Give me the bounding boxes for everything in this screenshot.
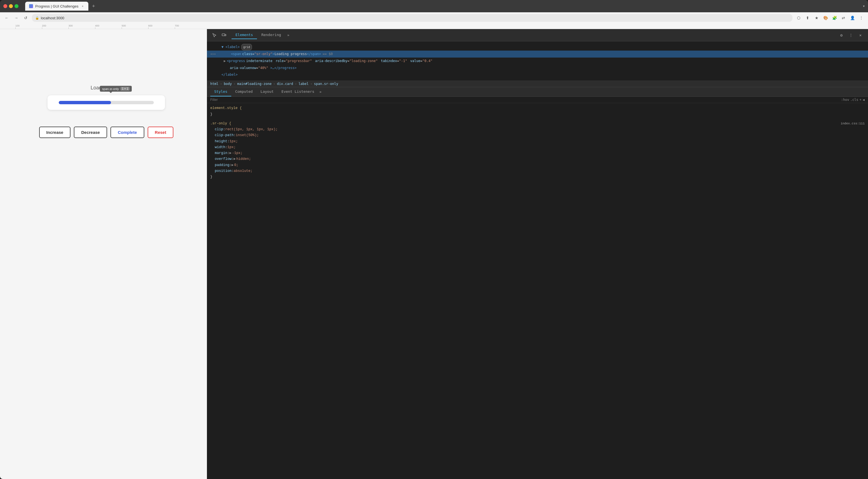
minimize-traffic-light[interactable] (9, 4, 13, 8)
tab-elements[interactable]: Elements (231, 31, 257, 39)
styles-tab-styles[interactable]: Styles (210, 87, 231, 96)
title-bar: Progress | GUI Challenges × + ▾ (0, 0, 868, 12)
sync-icon[interactable]: ⇄ (840, 14, 847, 21)
address-bar[interactable]: 🔒 localhost:3000 (32, 14, 793, 22)
progress-bar-container (59, 101, 154, 104)
element-style-selector: element.style { (210, 105, 242, 111)
button-row: Increase Decrease Complete Reset (39, 127, 174, 138)
maximize-traffic-light[interactable] (14, 4, 19, 8)
breadcrumb-body[interactable]: body (224, 82, 232, 86)
devtools-header: Elements Rendering » ⚙ ⋮ × (207, 29, 868, 41)
ruler-mark-700: 700 (175, 24, 202, 29)
styles-area: Styles Computed Layout Event Listeners » (207, 87, 868, 479)
more-styles-tabs[interactable]: » (319, 90, 321, 94)
increase-button[interactable]: Increase (39, 127, 71, 138)
overflow-expand-icon[interactable]: ▶ (234, 156, 236, 162)
ruler-mark-600: 600 (148, 24, 175, 29)
puzzle-icon[interactable]: 🧩 (831, 14, 838, 21)
tab-bar: Progress | GUI Challenges × + (25, 2, 861, 11)
profile-icon[interactable]: 👤 (849, 14, 856, 21)
menu-icon[interactable]: ⋮ (858, 14, 865, 21)
extensions-icon[interactable]: 🎨 (822, 14, 829, 21)
main-content: Loading Level span.sr-only 1 × 1 Increas… (0, 29, 868, 479)
breadcrumb-label[interactable]: label (299, 82, 308, 86)
traffic-lights (3, 4, 19, 8)
css-prop-height: height : 1px; (210, 139, 865, 145)
devtools-settings-icon[interactable]: ⚙ (837, 31, 846, 39)
decrease-button[interactable]: Decrease (74, 127, 107, 138)
page-content: Loading Level span.sr-only 1 × 1 Increas… (6, 29, 207, 143)
bookmark-icon[interactable]: ★ (813, 14, 820, 21)
dom-line-label[interactable]: ▼ <label> grid (207, 43, 868, 51)
dom-line-progress[interactable]: ▶ <progress indeterminate role="progress… (207, 58, 868, 65)
add-style-btn[interactable]: + (860, 98, 862, 102)
ruler-mark-300: 300 (68, 24, 95, 29)
back-button[interactable]: ← (3, 14, 10, 21)
css-prop-overflow: overflow : ▶ hidden; (210, 156, 865, 162)
sr-only-selector-line: .sr-only { index.css:111 (210, 121, 865, 127)
styles-body: element.style { } .sr-only { index.css:1… (207, 103, 868, 479)
ruler-mark-100: 100 (16, 24, 42, 29)
devtools-tabs: Elements Rendering » (231, 31, 291, 39)
css-prop-margin: margin : ▶ -1px; (210, 150, 865, 156)
dom-line-span-selected[interactable]: ••• <span class="sr-only" > Loading prog… (207, 51, 868, 58)
chevron-down-icon: ▾ (863, 4, 865, 8)
styles-tab-computed[interactable]: Computed (231, 87, 257, 96)
dom-line-progress-aria[interactable]: aria-valuenow="40%" >…</progress> (207, 65, 868, 71)
element-style-block: element.style { } (210, 105, 865, 117)
breadcrumb-span-sronly[interactable]: span.sr-only (314, 82, 338, 86)
devtools-panel: Elements Rendering » ⚙ ⋮ × (207, 29, 868, 479)
window-controls-right: ▾ (863, 4, 865, 8)
ruler-mark-500: 500 (122, 24, 148, 29)
sr-only-close-line: } (210, 174, 865, 180)
progress-card: span.sr-only 1 × 1 (48, 95, 165, 110)
devtools-header-icons: ⚙ ⋮ × (837, 31, 865, 39)
address-bar-row: ← → ↺ 🔒 localhost:3000 ⬡ ⬆ ★ 🎨 🧩 ⇄ 👤 ⋮ (0, 12, 868, 24)
reset-button[interactable]: Reset (148, 127, 174, 138)
tab-rendering[interactable]: Rendering (257, 31, 285, 39)
devtools-close-icon[interactable]: × (856, 31, 865, 39)
toggle-sidebar-btn[interactable]: ◀ (863, 98, 865, 102)
ruler-marks: 100 200 300 400 500 600 (16, 24, 202, 29)
webpage-panel: Loading Level span.sr-only 1 × 1 Increas… (0, 29, 207, 479)
element-style-close-line: } (210, 111, 865, 117)
css-filename: index.css:111 (841, 121, 865, 126)
device-toolbar-icon[interactable] (220, 31, 228, 39)
element-picker-icon[interactable] (210, 31, 219, 39)
forward-button[interactable]: → (13, 14, 20, 21)
refresh-button[interactable]: ↺ (22, 14, 29, 21)
svg-rect-0 (222, 34, 225, 36)
new-tab-button[interactable]: + (90, 2, 97, 10)
ruler-mark-200: 200 (42, 24, 68, 29)
element-style-selector-line: element.style { (210, 105, 865, 111)
cls-filter-btn[interactable]: .cls (850, 98, 859, 102)
ruler-mark-400: 400 (95, 24, 122, 29)
span-tooltip: span.sr-only 1 × 1 (100, 86, 132, 92)
share-icon[interactable]: ⬆ (804, 14, 811, 21)
padding-expand-icon[interactable]: ▶ (231, 162, 234, 168)
tooltip-size-badge: 1 × 1 (121, 87, 130, 91)
more-devtools-tabs[interactable]: » (285, 32, 291, 38)
css-prop-clip-path: clip-path : inset(50%); (210, 132, 865, 138)
active-tab[interactable]: Progress | GUI Challenges × (25, 2, 88, 11)
styles-tab-layout[interactable]: Layout (257, 87, 278, 96)
close-traffic-light[interactable] (3, 4, 7, 8)
ruler-row: 100 200 300 400 500 600 (0, 24, 868, 29)
css-prop-position: position : absolute; (210, 168, 865, 174)
tooltip-label: span.sr-only (102, 87, 119, 91)
cast-icon[interactable]: ⬡ (795, 14, 802, 21)
devtools-more-icon[interactable]: ⋮ (847, 31, 855, 39)
dom-line-close-label[interactable]: </label> (207, 71, 868, 78)
css-prop-width: width : 1px; (210, 145, 865, 150)
hover-filter-btn[interactable]: :hov (841, 98, 849, 102)
styles-filter-input[interactable] (210, 98, 839, 102)
styles-filter-row: :hov .cls + ◀ (207, 97, 868, 103)
breadcrumb-divcard[interactable]: div.card (277, 82, 293, 86)
styles-tab-event-listeners[interactable]: Event Listeners (278, 87, 318, 96)
sr-only-block: .sr-only { index.css:111 clip : rect(1px… (210, 121, 865, 180)
margin-expand-icon[interactable]: ▶ (229, 150, 232, 156)
complete-button[interactable]: Complete (111, 127, 144, 138)
breadcrumb-main[interactable]: main#loading-zone (237, 82, 272, 86)
breadcrumb-html[interactable]: html (210, 82, 218, 86)
tab-close-button[interactable]: × (81, 4, 85, 8)
